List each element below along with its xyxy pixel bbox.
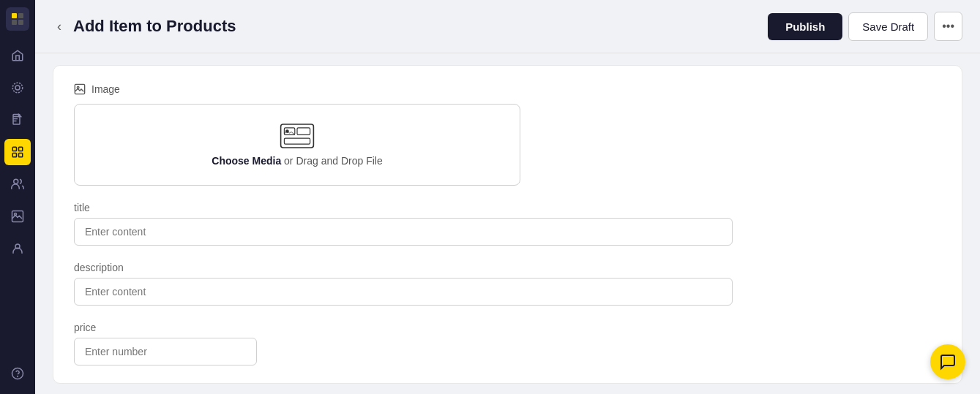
sidebar-item-document[interactable] <box>4 107 31 133</box>
description-input[interactable] <box>74 278 733 306</box>
title-label: title <box>74 202 941 213</box>
publish-button[interactable]: Publish <box>768 13 842 40</box>
drop-zone-text: Choose Media or Drag and Drop File <box>212 155 382 167</box>
drop-instruction: or Drag and Drop File <box>281 155 383 167</box>
price-input[interactable] <box>74 338 257 365</box>
save-draft-button[interactable]: Save Draft <box>848 12 928 41</box>
svg-rect-0 <box>12 13 17 18</box>
title-input[interactable] <box>74 218 733 246</box>
chat-icon <box>939 353 957 371</box>
more-options-button[interactable]: ••• <box>934 12 962 41</box>
description-field-group: description <box>74 262 941 306</box>
header-left: ‹ Add Item to Products <box>53 16 236 37</box>
sidebar-item-help[interactable] <box>4 360 31 387</box>
form-card: Image Choose Media or Drag and Drop File… <box>53 65 962 384</box>
svg-rect-9 <box>12 154 16 157</box>
svg-point-4 <box>15 86 20 90</box>
svg-point-5 <box>12 83 23 93</box>
sidebar <box>0 0 35 394</box>
page-header: ‹ Add Item to Products Publish Save Draf… <box>35 0 980 53</box>
svg-rect-1 <box>18 13 23 18</box>
svg-point-18 <box>77 86 79 88</box>
sidebar-item-grid[interactable] <box>4 139 31 165</box>
image-drop-zone[interactable]: Choose Media or Drag and Drop File <box>74 104 520 186</box>
title-field-group: title <box>74 202 941 246</box>
price-field-group: price <box>74 322 941 365</box>
image-label-text: Image <box>91 83 120 95</box>
more-icon: ••• <box>942 20 954 33</box>
svg-rect-2 <box>12 20 17 25</box>
price-label: price <box>74 322 941 333</box>
sidebar-item-home[interactable] <box>4 42 31 69</box>
choose-media-text: Choose Media <box>212 155 281 167</box>
sidebar-item-gallery[interactable] <box>4 203 31 230</box>
sidebar-item-people[interactable] <box>4 171 31 197</box>
back-button[interactable]: ‹ <box>53 16 66 37</box>
svg-point-11 <box>14 179 18 183</box>
image-section-icon <box>74 83 86 95</box>
svg-rect-3 <box>18 20 23 25</box>
svg-rect-7 <box>12 147 16 151</box>
sidebar-item-users[interactable] <box>4 235 31 262</box>
header-actions: Publish Save Draft ••• <box>768 12 962 41</box>
svg-rect-8 <box>19 147 23 151</box>
svg-rect-10 <box>19 154 23 157</box>
image-section-label: Image <box>74 83 941 95</box>
main-content: ‹ Add Item to Products Publish Save Draf… <box>35 0 980 394</box>
back-icon: ‹ <box>57 19 61 34</box>
sidebar-item-bolt[interactable] <box>4 75 31 101</box>
svg-rect-17 <box>75 84 84 94</box>
svg-point-16 <box>18 376 18 376</box>
sidebar-logo <box>6 7 29 31</box>
media-upload-icon <box>280 123 315 149</box>
page-title: Add Item to Products <box>73 17 236 36</box>
description-label: description <box>74 262 941 273</box>
chat-bubble[interactable] <box>930 344 965 379</box>
